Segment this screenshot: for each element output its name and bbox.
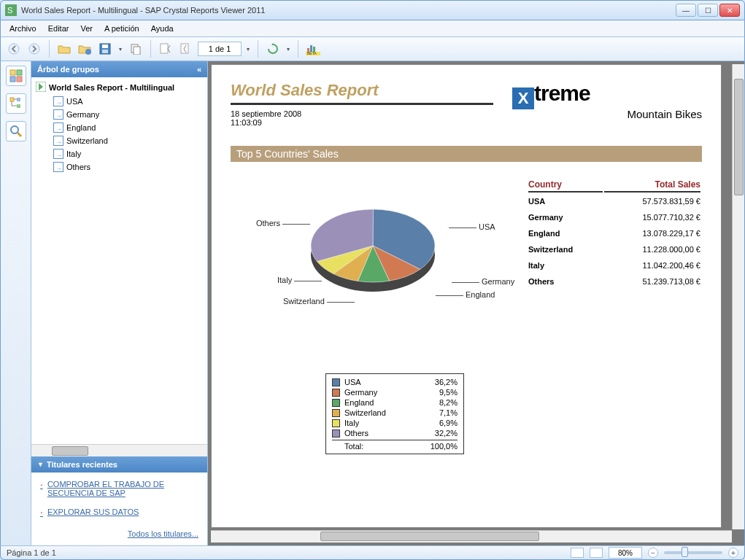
headline-text: EXPLORAR SUS DATOS [47, 508, 139, 516]
nav-forward-button[interactable] [26, 40, 43, 58]
refresh-dropdown[interactable]: ▾ [285, 40, 292, 58]
menu-ayuda[interactable]: Ayuda [145, 22, 180, 35]
all-headlines-link[interactable]: Todos los titulares... [40, 529, 198, 538]
group-tree-title: Árbol de grupos [37, 65, 99, 74]
pie-label-switzerland: Switzerland [283, 297, 357, 306]
svg-rect-7 [102, 50, 108, 53]
minimize-button[interactable]: — [676, 4, 696, 17]
legend-pct: 36,2% [435, 378, 458, 386]
recent-headlines-panel: ·COMPROBAR EL TRABAJO DE SECUENCIA DE SA… [31, 472, 207, 545]
tree-horizontal-scrollbar[interactable] [31, 444, 207, 456]
zoom-in-button[interactable]: + [728, 548, 738, 558]
tree-view-icon[interactable] [6, 93, 26, 114]
maximize-button[interactable]: ☐ [698, 4, 718, 17]
legend-row: Germany9,5% [332, 387, 458, 397]
menu-editar[interactable]: Editar [42, 22, 75, 35]
thumbnails-view-icon[interactable] [6, 66, 26, 86]
tree-item-label: Switzerland [66, 136, 108, 145]
fit-width-icon[interactable] [571, 548, 584, 558]
svg-rect-18 [17, 70, 22, 75]
sidebar: Árbol de grupos « World Sales Report - M… [31, 61, 208, 545]
tree-item-label: Others [66, 163, 90, 171]
cell-total: 11.228.000,00 € [604, 242, 700, 257]
recent-headlines-header[interactable]: ▼ Titulares recientes [31, 456, 207, 472]
legend-swatch [332, 389, 340, 397]
headline-link[interactable]: ·EXPLORAR SUS DATOS [40, 508, 198, 516]
nav-back-button[interactable] [5, 40, 23, 58]
tree-root-label: World Sales Report - Multilingual [49, 83, 174, 92]
tree-item[interactable]: Switzerland [33, 134, 206, 147]
headline-text: COMPROBAR EL TRABAJO DE SECUENCIA DE SAP [47, 480, 198, 497]
svg-rect-19 [10, 77, 15, 82]
zoom-out-button[interactable]: − [648, 548, 658, 558]
headline-link[interactable]: ·COMPROBAR EL TRABAJO DE SECUENCIA DE SA… [40, 480, 198, 497]
close-button[interactable]: ✕ [719, 4, 740, 17]
tree-item[interactable]: USA [33, 95, 206, 108]
legend-name: Italy [344, 419, 359, 427]
window-titlebar: S World Sales Report - Multilingual - SA… [0, 0, 745, 20]
recent-headlines-title: Titulares recientes [47, 460, 117, 469]
menu-archivo[interactable]: Archivo [4, 22, 42, 35]
tree-root[interactable]: World Sales Report - Multilingual [33, 80, 206, 95]
open-folder-button[interactable] [55, 40, 73, 58]
zoom-slider[interactable] [664, 551, 722, 554]
menubar: Archivo Editar Ver A petición Ayuda [0, 20, 745, 36]
zoom-input[interactable] [609, 547, 642, 559]
legend-row: Italy6,9% [332, 418, 458, 428]
document-icon [53, 136, 63, 146]
legend-pct: 6,9% [439, 419, 458, 427]
page-number-input[interactable] [198, 42, 242, 56]
refresh-button[interactable] [264, 40, 282, 58]
search-icon[interactable] [6, 121, 26, 141]
tree-item[interactable]: Others [33, 160, 206, 174]
tree-item[interactable]: Germany [33, 108, 206, 121]
chevron-down-icon: ▼ [37, 461, 44, 468]
pie-label-others: Others [256, 219, 312, 228]
th-country: Country [528, 178, 603, 192]
svg-rect-22 [17, 98, 20, 101]
tree-item-label: USA [66, 97, 83, 106]
menu-ver[interactable]: Ver [74, 22, 99, 35]
cell-total: 57.573.831,59 € [604, 194, 700, 209]
table-row: Switzerland11.228.000,00 € [528, 242, 700, 257]
document-icon [53, 96, 63, 106]
prev-page-button[interactable] [177, 40, 195, 58]
svg-rect-9 [134, 47, 140, 55]
page-dropdown[interactable]: ▾ [244, 40, 252, 58]
collapse-sidebar-icon[interactable]: « [197, 65, 201, 74]
legend-name: England [344, 398, 374, 407]
svg-point-4 [85, 49, 91, 55]
table-row: Italy11.042.200,46 € [528, 258, 700, 273]
svg-rect-6 [102, 44, 108, 48]
group-tree[interactable]: World Sales Report - Multilingual USAGer… [31, 77, 207, 444]
th-total-sales: Total Sales [604, 178, 700, 192]
chart-area: USA Germany England Switzerland Italy Ot… [231, 184, 702, 373]
canvas-horizontal-scrollbar[interactable] [211, 530, 732, 542]
first-page-button[interactable] [157, 40, 174, 58]
menu-apeticion[interactable]: A petición [99, 22, 145, 35]
save-dropdown[interactable]: ▾ [117, 40, 124, 58]
copy-button[interactable] [127, 40, 144, 58]
save-button[interactable] [96, 40, 114, 58]
tree-item-label: England [66, 123, 96, 132]
svg-rect-23 [17, 104, 20, 108]
legend-pct: 8,2% [439, 398, 458, 407]
app-icon: S [5, 4, 17, 16]
open-remote-button[interactable] [76, 40, 93, 58]
statusbar: Página 1 de 1 − + [0, 545, 745, 560]
logo-text: treme [534, 81, 590, 105]
report-icon [36, 82, 46, 93]
tree-item[interactable]: Italy [33, 147, 206, 160]
fit-page-icon[interactable] [590, 548, 603, 558]
cell-country: Others [528, 274, 603, 289]
svg-line-25 [18, 133, 21, 136]
beta-chart-button[interactable]: BETA [304, 40, 322, 58]
tree-item[interactable]: England [33, 121, 206, 134]
xtreme-logo: Xtreme Mountain Bikes [512, 81, 702, 120]
legend-row: Others32,2% [332, 428, 458, 438]
canvas-vertical-scrollbar[interactable] [732, 64, 744, 529]
legend-pct: 7,1% [439, 408, 458, 417]
legend-row: England8,2% [332, 397, 458, 408]
document-icon [53, 109, 63, 120]
legend-pct: 9,5% [439, 388, 458, 397]
